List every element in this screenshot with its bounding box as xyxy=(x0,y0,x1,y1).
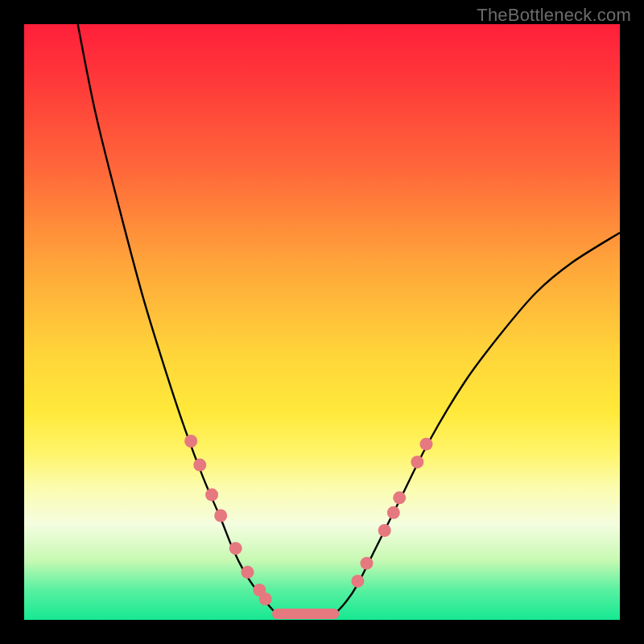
curve-right xyxy=(278,233,621,615)
plot-area xyxy=(24,24,620,620)
marker-dot xyxy=(361,557,374,570)
chart-svg xyxy=(24,24,620,620)
chart-frame: TheBottleneck.com xyxy=(0,0,644,644)
marker-dot xyxy=(351,575,364,588)
marker-dot xyxy=(193,459,206,472)
marker-dot xyxy=(420,438,433,451)
marker-dot xyxy=(205,489,218,502)
marker-dot xyxy=(184,435,197,448)
marker-dot xyxy=(259,592,272,605)
marker-dot xyxy=(242,566,254,579)
marker-dot xyxy=(214,510,227,522)
marker-dot xyxy=(378,524,391,537)
watermark-text: TheBottleneck.com xyxy=(477,5,631,26)
curve-left xyxy=(78,24,334,615)
marker-dot xyxy=(393,491,406,504)
marker-dot xyxy=(229,542,242,555)
marker-dots xyxy=(184,435,432,605)
marker-dot xyxy=(387,506,400,519)
marker-dot xyxy=(411,456,423,469)
